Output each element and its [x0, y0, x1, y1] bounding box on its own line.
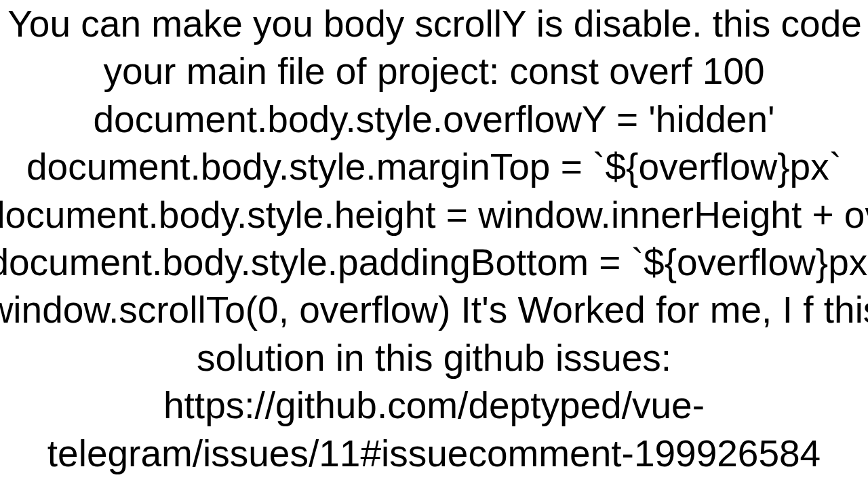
answer-body: 3: You can make you body scrollY is disa… [0, 0, 868, 477]
